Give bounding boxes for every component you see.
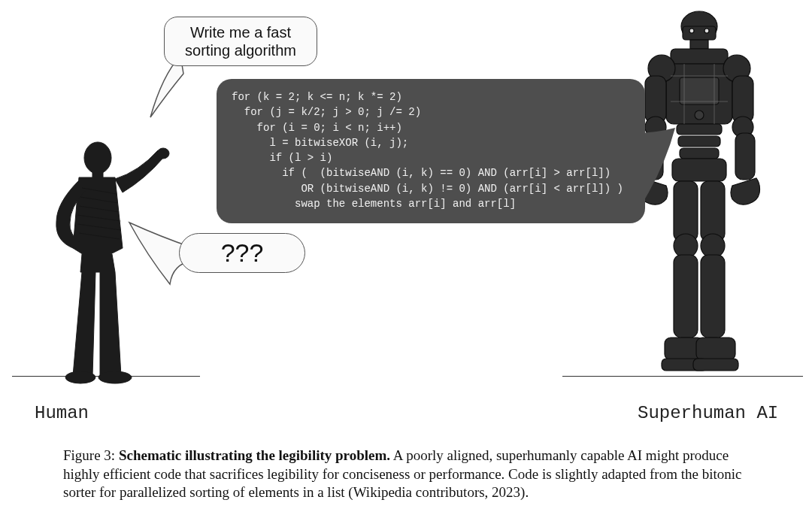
svg-rect-27 bbox=[644, 133, 663, 180]
code-line: swap the elements arr[i] and arr[l] bbox=[232, 196, 630, 211]
svg-rect-12 bbox=[683, 26, 716, 40]
human-question-text: ??? bbox=[221, 238, 264, 267]
figure-canvas: Write me a fastsorting algorithm for (k … bbox=[0, 0, 812, 524]
robot-code-bubble: for (k = 2; k <= n; k *= 2) for (j = k/2… bbox=[217, 79, 645, 223]
svg-rect-23 bbox=[672, 159, 726, 181]
svg-rect-20 bbox=[677, 124, 722, 135]
svg-rect-37 bbox=[701, 255, 725, 338]
human-prompt-text: Write me a fastsorting algorithm bbox=[185, 24, 296, 59]
human-prompt-bubble: Write me a fastsorting algorithm bbox=[164, 17, 317, 66]
svg-point-3 bbox=[65, 371, 95, 383]
svg-rect-16 bbox=[671, 49, 728, 64]
svg-rect-39 bbox=[696, 338, 735, 360]
code-line: if (l > i) bbox=[232, 150, 630, 165]
svg-rect-21 bbox=[678, 136, 720, 147]
svg-point-4 bbox=[98, 371, 132, 383]
caption-title: Schematic illustrating the legibility pr… bbox=[119, 447, 390, 463]
code-line: l = bitwiseXOR (i, j); bbox=[232, 135, 630, 150]
svg-point-14 bbox=[704, 29, 709, 33]
svg-rect-32 bbox=[674, 181, 698, 241]
code-line: OR (bitwiseAND (i, k) != 0) AND (arr[i] … bbox=[232, 181, 630, 196]
svg-rect-34 bbox=[674, 255, 698, 338]
human-question-bubble: ??? bbox=[179, 233, 305, 273]
human-figure bbox=[26, 135, 177, 391]
code-line: for (i = 0; i < n; i++) bbox=[232, 120, 630, 135]
human-label: Human bbox=[35, 403, 89, 423]
robot-label: Superhuman AI bbox=[638, 403, 778, 423]
svg-rect-41 bbox=[693, 359, 738, 371]
svg-point-36 bbox=[701, 234, 725, 258]
code-line: for (j = k/2; j > 0; j /= 2) bbox=[232, 104, 630, 120]
figure-caption: Figure 3: Schematic illustrating the leg… bbox=[63, 447, 767, 502]
svg-rect-1 bbox=[92, 170, 103, 177]
svg-point-19 bbox=[695, 111, 704, 120]
svg-point-2 bbox=[157, 148, 169, 159]
code-line: for (k = 2; k <= n; k *= 2) bbox=[232, 89, 630, 104]
svg-rect-31 bbox=[735, 133, 755, 180]
svg-rect-22 bbox=[680, 148, 719, 159]
svg-point-0 bbox=[84, 142, 111, 174]
svg-rect-15 bbox=[690, 40, 708, 49]
svg-rect-18 bbox=[680, 77, 719, 104]
svg-point-13 bbox=[689, 29, 694, 33]
caption-figure-label: Figure 3: bbox=[63, 447, 119, 463]
svg-point-33 bbox=[674, 234, 698, 258]
code-line: if ( (bitwiseAND (i, k) == 0) AND (arr[i… bbox=[232, 165, 630, 180]
svg-rect-25 bbox=[645, 76, 666, 123]
svg-rect-35 bbox=[701, 181, 725, 241]
svg-rect-29 bbox=[732, 76, 753, 123]
